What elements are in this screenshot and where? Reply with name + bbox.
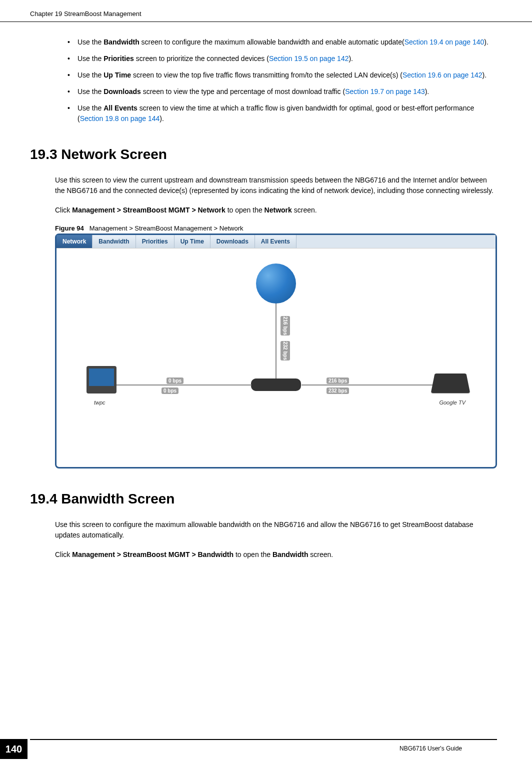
speed-left-up: 0 bps [166,378,184,384]
bullet-item: Use the Downloads screen to view the typ… [68,86,497,97]
speed-right-up: 216 bps [326,378,349,384]
speed-left-down: 0 bps [162,388,178,394]
footer-guide-label: NBG6716 User's Guide [30,740,462,752]
speed-downstream: 232 bps [280,341,290,360]
tab-bar: Network Bandwidth Priorities Up Time Dow… [56,235,496,248]
tab-priorities[interactable]: Priorities [136,235,174,248]
section-heading-194: 19.4 Banwidth Screen [30,491,497,507]
section-link[interactable]: Section 19.7 on page 143 [345,88,425,96]
speed-upstream: 216 bps [280,316,290,336]
tab-downloads[interactable]: Downloads [210,235,255,248]
bullet-item: Use the Priorities screen to prioritize … [68,54,497,64]
bullet-item: Use the All Events screen to view the ti… [68,103,497,124]
section-link[interactable]: Section 19.5 on page 142 [269,54,349,62]
router-icon[interactable] [251,378,301,391]
tab-network[interactable]: Network [56,235,92,248]
network-diagram: 216 bps 232 bps 0 bps 0 bps 216 bps 232 … [56,248,496,464]
speed-right-down: 232 bps [326,388,349,394]
tab-allevents[interactable]: All Events [255,235,296,248]
body-paragraph: Click Management > StreamBoost MGMT > Ne… [55,205,497,216]
network-screenshot: Network Bandwidth Priorities Up Time Dow… [55,234,497,468]
device-tablet-icon[interactable] [431,374,470,393]
content-area: Use the Bandwidth screen to configure th… [0,22,532,560]
body-paragraph: Use this screen to view the current upst… [55,175,497,196]
section-link[interactable]: Section 19.8 on page 144 [80,114,160,122]
page-number: 140 [0,739,28,759]
tab-uptime[interactable]: Up Time [174,235,210,248]
connection-line [116,384,252,386]
body-paragraph: Use this screen to configure the maximum… [55,520,497,540]
section-heading-193: 19.3 Network Screen [30,146,497,162]
tab-bandwidth[interactable]: Bandwidth [92,235,136,248]
connection-line [276,304,276,378]
page-footer: 140 NBG6716 User's Guide [30,739,497,752]
device-pc-icon[interactable] [86,366,116,394]
body-paragraph: Click Management > StreamBoost MGMT > Ba… [55,550,497,560]
chapter-title: Chapter 19 StreamBoost Management [30,10,142,18]
bullet-list: Use the Bandwidth screen to configure th… [55,37,497,124]
page-header: Chapter 19 StreamBoost Management [0,0,532,22]
internet-globe-icon[interactable] [256,264,296,304]
section-link[interactable]: Section 19.6 on page 142 [402,71,482,79]
section-link[interactable]: Section 19.4 on page 140 [404,38,484,46]
figure-caption: Figure 94 Management > StreamBoost Manag… [55,224,497,232]
bullet-item: Use the Up Time screen to view the top f… [68,70,497,80]
device-tablet-label: Google TV [439,400,466,406]
connection-line [302,384,442,386]
device-pc-label: twpc [94,400,106,406]
bullet-item: Use the Bandwidth screen to configure th… [68,37,497,48]
